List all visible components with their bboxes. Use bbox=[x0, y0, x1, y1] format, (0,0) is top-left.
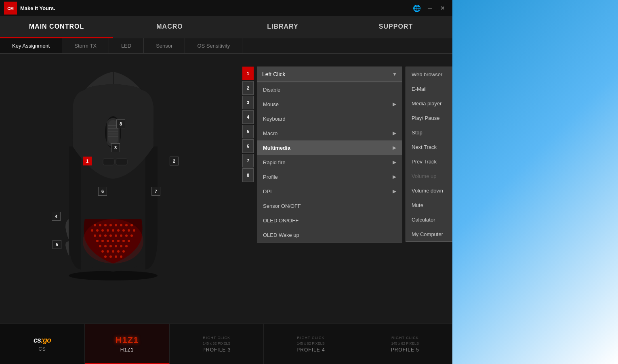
dropdown-item-keyboard[interactable]: Keyboard bbox=[257, 111, 402, 126]
arrow-right-icon: ▶ bbox=[393, 101, 396, 107]
arrow-right-icon: ▶ bbox=[393, 159, 396, 165]
dropdown-item-label: Rapid fire bbox=[263, 159, 286, 165]
key-btn-7[interactable]: 7 bbox=[242, 154, 254, 167]
profile-4[interactable]: RIGHT CLICK 145 x 62 PIXELS PROFILE 4 bbox=[264, 324, 358, 364]
mouse-btn-badge-1[interactable]: 1 bbox=[83, 157, 92, 165]
arrow-right-icon: ▶ bbox=[393, 130, 396, 136]
dropdown-item-disable[interactable]: Disable bbox=[257, 82, 402, 97]
mouse-btn-badge-6[interactable]: 6 bbox=[98, 187, 107, 196]
tab-os-sensitivity[interactable]: OS Sensitivity bbox=[185, 38, 242, 53]
profile-h1z1[interactable]: H1Z1 H1Z1 bbox=[85, 324, 170, 364]
mouse-btn-badge-2[interactable]: 2 bbox=[170, 157, 179, 165]
submenu-item-media-player[interactable]: Media player bbox=[406, 96, 452, 111]
mouse-btn-badge-3[interactable]: 3 bbox=[111, 143, 120, 152]
dropdown-item-sensor-onoff[interactable]: Sensor ON/OFF bbox=[257, 199, 402, 213]
csgo-logo-text: cs:go bbox=[34, 336, 51, 345]
mouse-btn-badge-7[interactable]: 7 bbox=[151, 187, 160, 196]
profile-cs-label: CS bbox=[38, 346, 46, 352]
svg-rect-12 bbox=[116, 159, 127, 165]
dropdown-item-label: Mouse bbox=[263, 101, 279, 107]
dropdown-item-label: Disable bbox=[263, 87, 280, 93]
sub-tabs: Key Assignment Storm TX LED Sensor OS Se… bbox=[0, 38, 452, 54]
dropdown-item-profile[interactable]: Profile ▶ bbox=[257, 169, 402, 184]
tab-led[interactable]: LED bbox=[109, 38, 144, 53]
submenu-item-mute[interactable]: Mute bbox=[406, 198, 452, 212]
dropdown-item-mouse[interactable]: Mouse ▶ bbox=[257, 97, 402, 111]
dropdown-item-oled-onoff[interactable]: OLED ON/OFF bbox=[257, 213, 402, 228]
dropdown-item-label: Sensor ON/OFF bbox=[263, 203, 301, 209]
dropdown-item-label: Keyboard bbox=[263, 116, 286, 122]
dropdown-item-rapid-fire[interactable]: Rapid fire ▶ bbox=[257, 155, 402, 169]
profile4-right-click-label: RIGHT CLICK bbox=[297, 336, 325, 340]
submenu-item-stop[interactable]: Stop bbox=[406, 125, 452, 140]
key-button-list: 1 2 3 4 5 6 7 8 bbox=[242, 67, 254, 182]
content-area: 1 2 3 4 5 6 7 8 1 2 3 4 5 6 bbox=[0, 54, 452, 324]
right-panel: 1 2 3 4 5 6 7 8 Left Click ▼ bbox=[234, 54, 452, 324]
profile-5[interactable]: RIGHT CLICK 145 x 62 PIXELS PROFILE 5 bbox=[358, 324, 452, 364]
nav-macro[interactable]: MACRO bbox=[113, 16, 226, 38]
key-dropdown-container: Left Click ▼ Disable Mouse ▶ Keyboard bbox=[257, 67, 402, 243]
chevron-down-icon: ▼ bbox=[392, 71, 397, 77]
mouse-btn-badge-4[interactable]: 4 bbox=[52, 212, 61, 221]
h1z1-logo-text: H1Z1 bbox=[116, 335, 139, 345]
nav-library[interactable]: LIBRARY bbox=[226, 16, 339, 38]
submenu-item-web-browser[interactable]: Web browser bbox=[406, 67, 452, 82]
dropdown-item-oled-wakeup[interactable]: OLED Wake up bbox=[257, 228, 402, 242]
mouse-btn-badge-8[interactable]: 8 bbox=[116, 119, 125, 128]
app-title: Make It Yours. bbox=[20, 5, 55, 11]
dropdown-item-label: OLED Wake up bbox=[263, 232, 299, 238]
submenu-item-prev-track[interactable]: Prev Track bbox=[406, 154, 452, 169]
dropdown-item-label: Multimedia bbox=[263, 145, 290, 151]
profile4-pixels-label: 145 x 62 PIXELS bbox=[297, 341, 325, 345]
profile3-label: PROFILE 3 bbox=[202, 347, 231, 353]
submenu-item-next-track[interactable]: Next Track bbox=[406, 140, 452, 154]
profile4-label: PROFILE 4 bbox=[296, 347, 325, 353]
window-controls: 🌐 ─ ✕ bbox=[411, 4, 448, 12]
dropdown-selected-label: Left Click bbox=[262, 71, 286, 77]
tab-storm-tx[interactable]: Storm TX bbox=[62, 38, 109, 53]
key-btn-1[interactable]: 1 bbox=[242, 67, 254, 80]
key-btn-3[interactable]: 3 bbox=[242, 96, 254, 109]
arrow-right-icon: ▶ bbox=[393, 174, 396, 180]
tab-key-assignment[interactable]: Key Assignment bbox=[0, 38, 62, 53]
dropdown-item-label: OLED ON/OFF bbox=[263, 218, 298, 224]
svg-rect-11 bbox=[103, 159, 114, 165]
arrow-right-icon: ▶ bbox=[393, 188, 396, 194]
submenu-item-my-computer[interactable]: My Computer bbox=[406, 227, 452, 241]
profile-3[interactable]: RIGHT CLICK 145 x 62 PIXELS PROFILE 3 bbox=[170, 324, 264, 364]
svg-text:CM: CM bbox=[7, 6, 14, 11]
submenu-item-volume-down[interactable]: Volume down bbox=[406, 183, 452, 198]
profile-h1z1-label: H1Z1 bbox=[120, 347, 134, 353]
dropdown-item-multimedia[interactable]: Multimedia ▶ bbox=[257, 140, 402, 155]
profile5-right-click-label: RIGHT CLICK bbox=[391, 336, 419, 340]
key-btn-2[interactable]: 2 bbox=[242, 81, 254, 95]
minimize-button[interactable]: ─ bbox=[424, 4, 435, 12]
svg-point-2 bbox=[69, 271, 158, 280]
key-btn-8[interactable]: 8 bbox=[242, 168, 254, 182]
main-nav: MAIN CONTROL MACRO LIBRARY SUPPORT bbox=[0, 16, 452, 38]
submenu-item-calculator[interactable]: Calculator bbox=[406, 212, 452, 227]
profile-cs[interactable]: cs:go CS bbox=[0, 324, 85, 364]
submenu-item-email[interactable]: E-Mail bbox=[406, 82, 452, 96]
dropdown-item-label: Profile bbox=[263, 174, 278, 180]
cm-logo-icon: CM bbox=[4, 2, 17, 15]
dropdown-item-macro[interactable]: Macro ▶ bbox=[257, 126, 402, 140]
key-btn-4[interactable]: 4 bbox=[242, 110, 254, 124]
close-button[interactable]: ✕ bbox=[437, 4, 448, 12]
dropdown-item-dpi[interactable]: DPI ▶ bbox=[257, 184, 402, 199]
key-dropdown-selected[interactable]: Left Click ▼ bbox=[257, 67, 402, 82]
nav-support[interactable]: SUPPORT bbox=[339, 16, 452, 38]
submenu-item-play-pause[interactable]: Play/ Pause bbox=[406, 111, 452, 125]
profile3-pixels-label: 145 x 62 PIXELS bbox=[203, 341, 231, 345]
globe-icon[interactable]: 🌐 bbox=[411, 4, 423, 12]
nav-main-control[interactable]: MAIN CONTROL bbox=[0, 16, 113, 38]
key-dropdown-menu: Disable Mouse ▶ Keyboard Macro ▶ bbox=[257, 82, 402, 243]
key-btn-6[interactable]: 6 bbox=[242, 139, 254, 153]
app-window: CM Make It Yours. 🌐 ─ ✕ MAIN CONTROL MAC… bbox=[0, 0, 452, 364]
tab-sensor[interactable]: Sensor bbox=[144, 38, 185, 53]
submenu-item-volume-up[interactable]: Volume up bbox=[406, 169, 452, 183]
dropdown-item-label: DPI bbox=[263, 188, 272, 195]
mouse-btn-badge-5[interactable]: 5 bbox=[53, 240, 61, 249]
profile3-right-click-label: RIGHT CLICK bbox=[203, 336, 230, 340]
key-btn-5[interactable]: 5 bbox=[242, 125, 254, 138]
